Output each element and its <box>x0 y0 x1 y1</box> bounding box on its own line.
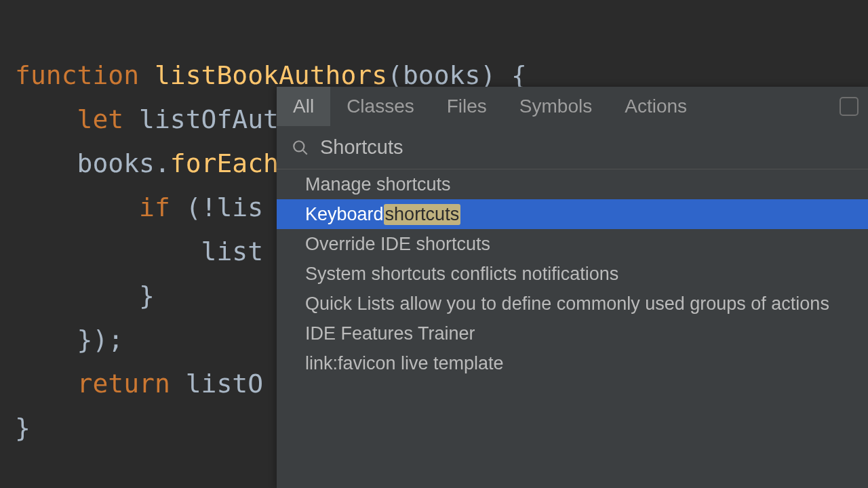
tab-all[interactable]: All <box>277 87 330 126</box>
code-text: (!lis <box>186 192 263 222</box>
search-everywhere-popup: All Classes Files Symbols Actions Manage… <box>277 87 868 488</box>
tab-symbols[interactable]: Symbols <box>503 87 608 126</box>
code-text: (books) { <box>387 60 527 90</box>
search-input[interactable] <box>320 136 853 159</box>
code-indent <box>15 281 139 310</box>
code-keyword: let <box>77 104 140 134</box>
result-label-prefix: Keyboard <box>305 204 384 225</box>
result-item-keyboard-shortcuts[interactable]: Keyboard shortcuts <box>277 199 868 229</box>
code-text: list <box>201 237 264 266</box>
popup-tab-bar: All Classes Files Symbols Actions <box>277 87 868 126</box>
tab-files[interactable]: Files <box>431 87 503 126</box>
code-keyword: function <box>15 60 155 90</box>
result-item-override-ide[interactable]: Override IDE shortcuts <box>277 229 868 259</box>
code-indent <box>15 237 201 266</box>
code-text: } <box>15 413 31 443</box>
search-icon <box>292 139 309 157</box>
tab-classes[interactable]: Classes <box>330 87 431 126</box>
result-label: link:favicon live template <box>305 353 504 374</box>
code-text: listO <box>186 369 263 399</box>
code-indent <box>15 325 77 354</box>
result-item-link-favicon[interactable]: link:favicon live template <box>277 348 868 378</box>
result-item-ide-features-trainer[interactable]: IDE Features Trainer <box>277 319 868 348</box>
code-indent <box>15 148 77 178</box>
result-label: Quick Lists allow you to define commonly… <box>305 293 829 314</box>
result-label: IDE Features Trainer <box>305 323 475 344</box>
svg-line-1 <box>303 150 307 154</box>
code-indent <box>15 192 139 222</box>
code-text: books. <box>77 148 170 178</box>
code-text: } <box>139 281 155 310</box>
result-label: System shortcuts conflicts notifications <box>305 264 618 285</box>
pin-checkbox[interactable] <box>840 97 859 116</box>
code-indent <box>15 104 77 134</box>
tab-actions[interactable]: Actions <box>608 87 703 126</box>
code-function: listBookAuthors <box>155 60 387 90</box>
search-results-list: Manage shortcuts Keyboard shortcuts Over… <box>277 169 868 488</box>
result-item-manage-shortcuts[interactable]: Manage shortcuts <box>277 169 868 199</box>
result-highlight: shortcuts <box>384 204 461 225</box>
search-row <box>277 126 868 169</box>
result-label: Override IDE shortcuts <box>305 234 490 255</box>
code-function: forEach <box>170 148 279 178</box>
code-indent <box>15 369 77 399</box>
result-item-quick-lists[interactable]: Quick Lists allow you to define commonly… <box>277 289 868 319</box>
code-keyword: if <box>139 192 186 222</box>
code-text: }); <box>77 325 124 354</box>
result-label: Manage shortcuts <box>305 174 451 195</box>
svg-point-0 <box>294 141 304 151</box>
result-item-system-conflicts[interactable]: System shortcuts conflicts notifications <box>277 259 868 289</box>
code-keyword: return <box>77 369 186 399</box>
